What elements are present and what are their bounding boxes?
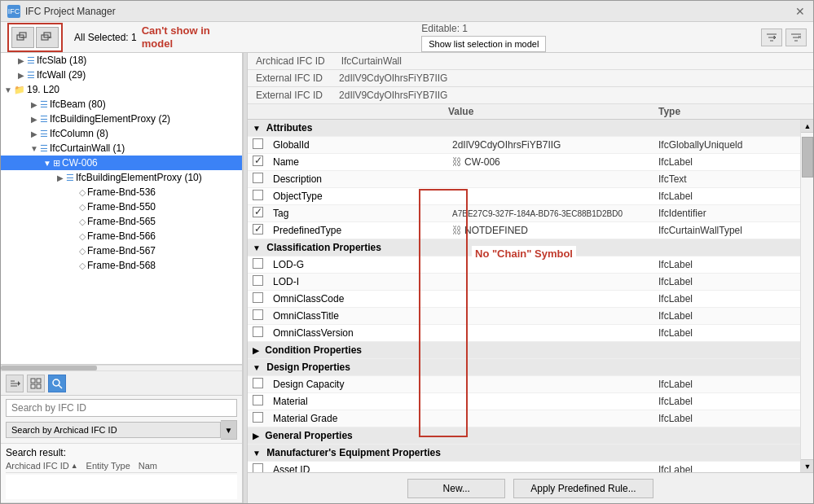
expand-ifccolumn[interactable]: ▶ [29, 129, 40, 138]
section-classification[interactable]: ▼ Classification Properties [248, 239, 800, 256]
type-lodg: IfcLabel [653, 256, 800, 274]
checkbox-globalid[interactable] [253, 138, 263, 149]
tree-item-cw006[interactable]: ▼ ⊞ CW-006 [1, 156, 242, 170]
section-condition[interactable]: ▶ Condition Properties [248, 342, 800, 359]
tree-item-ifccurtainwall[interactable]: ▼ ☰ IfcCurtainWall (1) [1, 141, 242, 156]
expand-l20[interactable]: ▼ [2, 85, 14, 94]
right-vscrollbar[interactable]: ▲ ▼ [800, 120, 813, 472]
result-col-entity[interactable]: Entity Type [86, 461, 130, 471]
scroll-thumb[interactable] [802, 137, 813, 177]
result-col-name[interactable]: Nam [139, 461, 157, 471]
close-button[interactable]: ✕ [794, 5, 807, 18]
check-lodg[interactable] [248, 256, 268, 274]
tree-item-ifcwall[interactable]: ▶ ☰ IfcWall (29) [1, 68, 242, 82]
checkbox-predefinedtype[interactable] [253, 224, 263, 234]
navigate-forward-button[interactable] [36, 27, 59, 48]
scroll-up-arrow[interactable]: ▲ [801, 120, 813, 133]
check-name[interactable] [248, 154, 268, 171]
search-dropdown-arrow[interactable]: ▼ [221, 420, 237, 440]
tree-hscroll-thumb[interactable] [1, 366, 97, 370]
expand-ifccurtainwall[interactable]: ▼ [29, 144, 40, 153]
tree-area[interactable]: ▶ ☰ IfcSlab (18) ▶ ☰ IfcWall (29) ▼ 📁 19… [1, 53, 242, 365]
type-name: IfcLabel [653, 154, 800, 171]
check-material[interactable] [248, 393, 268, 410]
ext-ifc-value: 2dIlV9CdyOIhrsFiYB7IIG [339, 72, 447, 84]
result-col-archicad[interactable]: Archicad IFC ID ▲ [6, 461, 78, 471]
type-description: IfcText [653, 171, 800, 188]
checkbox-lodg[interactable] [253, 258, 263, 269]
scroll-down-arrow[interactable]: ▼ [801, 459, 813, 472]
search-input[interactable] [6, 399, 237, 417]
checkbox-materialgrade[interactable] [253, 412, 263, 423]
scroll-track[interactable] [801, 133, 813, 459]
check-materialgrade[interactable] [248, 410, 268, 427]
tree-item-ifcbep10[interactable]: ▶ ☰ IfcBuildingElementProxy (10) [1, 170, 242, 185]
checkbox-lodi[interactable] [253, 275, 263, 286]
section-manufacturer[interactable]: ▼ Manufacturer's Equipment Properties [248, 445, 800, 462]
checkbox-material[interactable] [253, 395, 263, 405]
prop-scroll-area[interactable]: ▼ Attributes GlobalId 2dIlV9CdyOIhrsFiYB… [248, 120, 800, 472]
section-attributes[interactable]: ▼ Attributes [248, 120, 800, 137]
tree-item-frame566[interactable]: ◇ Frame-Bnd-566 [1, 229, 242, 243]
check-designcapacity[interactable] [248, 376, 268, 393]
tree-item-frame567[interactable]: ◇ Frame-Bnd-567 [1, 243, 242, 258]
check-omniclasstitle[interactable] [248, 308, 268, 325]
tree-item-ifccolumn[interactable]: ▶ ☰ IfcColumn (8) [1, 126, 242, 141]
checkbox-description[interactable] [253, 173, 263, 183]
expand-ifcbep10[interactable]: ▶ [55, 173, 66, 182]
tree-item-frame568[interactable]: ◇ Frame-Bnd-568 [1, 258, 242, 273]
navigate-back-button[interactable] [11, 27, 34, 48]
general-section-label: General Properties [265, 430, 352, 441]
new-button[interactable]: New... [407, 479, 505, 498]
section-design[interactable]: ▼ Design Properties [248, 359, 800, 376]
check-omniclassversion[interactable] [248, 325, 268, 342]
show-in-model-button[interactable]: Show list selection in model [421, 36, 546, 52]
tree-item-ifcbeam[interactable]: ▶ ☰ IfcBeam (80) [1, 97, 242, 112]
filter-button-2[interactable] [785, 28, 807, 46]
expand-ifcbeam[interactable]: ▶ [29, 100, 40, 109]
ifcbeam-icon: ☰ [40, 99, 48, 110]
prop-row-lodi: LOD-I IfcLabel [248, 274, 800, 291]
checkbox-name[interactable] [253, 156, 263, 166]
check-omniclasscode[interactable] [248, 291, 268, 308]
expand-ifcwall[interactable]: ▶ [15, 71, 27, 80]
expand-cw006[interactable]: ▼ [42, 159, 53, 168]
tree-item-frame536[interactable]: ◇ Frame-Bnd-536 [1, 185, 242, 199]
expand-ifcbuildingproxy[interactable]: ▶ [29, 115, 40, 124]
checkbox-designcapacity[interactable] [253, 378, 263, 388]
search-by-button[interactable]: Search by Archicad IFC ID [6, 422, 221, 438]
type-lodi: IfcLabel [653, 274, 800, 291]
search-toggle-button[interactable] [48, 375, 66, 392]
section-general[interactable]: ▶ General Properties [248, 427, 800, 445]
checkbox-assetid[interactable] [253, 463, 263, 472]
name-omniclasstitle: OmniClassTitle [268, 308, 447, 325]
check-description[interactable] [248, 171, 268, 188]
check-lodi[interactable] [248, 274, 268, 291]
check-globalid[interactable] [248, 137, 268, 154]
checkbox-omniclasscode[interactable] [253, 292, 263, 303]
tree-item-l20[interactable]: ▼ 📁 19. L20 [1, 82, 242, 97]
result-list[interactable] [6, 475, 237, 499]
group-button[interactable] [27, 375, 45, 392]
tree-hscrollbar[interactable] [1, 365, 242, 371]
expand-all-button[interactable] [6, 375, 24, 392]
checkbox-omniclassversion[interactable] [253, 327, 263, 337]
filter-button-1[interactable] [761, 28, 782, 46]
checkbox-omniclasstitle[interactable] [253, 309, 263, 320]
type-tag: IfcIdentifier [653, 205, 800, 222]
checkbox-tag[interactable] [253, 207, 263, 217]
tree-item-frame565[interactable]: ◇ Frame-Bnd-565 [1, 214, 242, 229]
tree-item-ifcbuildingproxy[interactable]: ▶ ☰ IfcBuildingElementProxy (2) [1, 112, 242, 126]
expand-ifcslab[interactable]: ▶ [15, 56, 27, 65]
check-predefinedtype[interactable] [248, 222, 268, 239]
apply-predefined-button[interactable]: Apply Predefined Rule... [513, 479, 653, 498]
check-objecttype[interactable] [248, 188, 268, 205]
check-assetid[interactable] [248, 462, 268, 473]
tree-item-ifcslab[interactable]: ▶ ☰ IfcSlab (18) [1, 53, 242, 68]
svg-marker-18 [18, 381, 20, 386]
name-tag: Tag [268, 205, 447, 222]
check-tag[interactable] [248, 205, 268, 222]
tree-item-frame550[interactable]: ◇ Frame-Bnd-550 [1, 199, 242, 214]
checkbox-objecttype[interactable] [253, 190, 263, 200]
condition-section-label: Condition Properties [265, 344, 362, 356]
